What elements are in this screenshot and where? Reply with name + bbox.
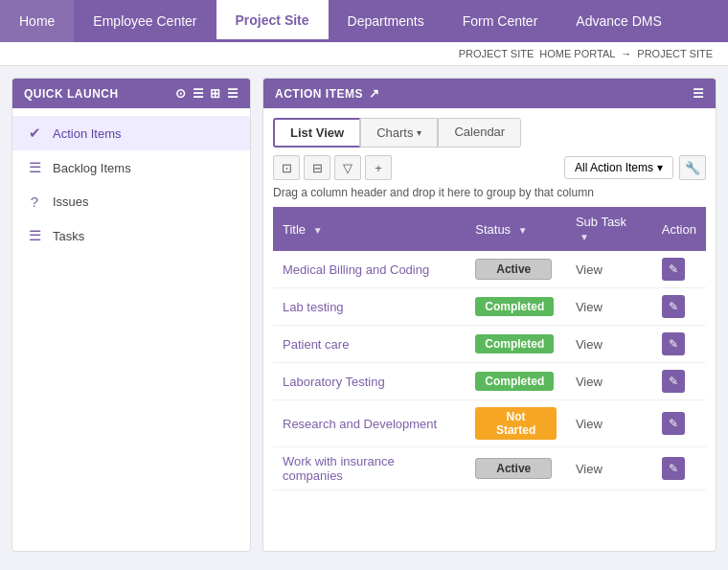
toolbar-add-button[interactable]: + — [365, 155, 392, 180]
table-row: Lab testingCompletedView✎ — [273, 288, 706, 326]
toolbar-left: ⊡ ⊟ ▽ + — [273, 155, 392, 180]
main-layout: QUICK LAUNCH ⊙ ☰ ⊞ ☰ ✔Action Items☰Backl… — [0, 66, 728, 563]
ql-item-label-0: Action Items — [53, 126, 122, 141]
row-title-1[interactable]: Lab testing — [283, 300, 344, 314]
status-badge-4: Not Started — [475, 407, 557, 440]
ql-icon-settings[interactable]: ⊙ — [175, 86, 187, 101]
quick-launch-header-icons: ⊙ ☰ ⊞ ☰ — [175, 86, 239, 101]
status-badge-1: Completed — [475, 297, 554, 316]
nav-item-project-site[interactable]: Project Site — [216, 0, 329, 42]
edit-button-4[interactable]: ✎ — [662, 412, 685, 435]
quick-launch-title: QUICK LAUNCH — [24, 87, 119, 101]
nav-item-employee-center[interactable]: Employee Center — [74, 0, 216, 42]
filter-dropdown-label: All Action Items — [575, 161, 653, 174]
breadcrumb-home-link[interactable]: HOME PORTAL — [539, 48, 615, 59]
ql-item-backlog-items[interactable]: ☰Backlog Items — [12, 150, 250, 185]
subtask-view-2[interactable]: View — [576, 337, 603, 352]
edit-button-5[interactable]: ✎ — [662, 457, 685, 480]
table-row: Medical Billing and CodingActiveView✎ — [273, 251, 706, 288]
breadcrumb-current[interactable]: PROJECT SITE — [459, 48, 535, 59]
table-row: Patient careCompletedView✎ — [273, 326, 706, 363]
ql-item-icon-1: ☰ — [26, 159, 43, 176]
ql-item-icon-2: ? — [26, 194, 43, 210]
toolbar-export-pdf-button[interactable]: ⊡ — [273, 155, 300, 180]
table-row: Research and DevelopmentNot StartedView✎ — [273, 400, 706, 447]
status-badge-5: Active — [475, 458, 552, 479]
quick-launch-header: QUICK LAUNCH ⊙ ☰ ⊞ ☰ — [12, 79, 250, 108]
subtask-filter-icon[interactable]: ▼ — [580, 232, 589, 242]
ql-item-icon-3: ☰ — [26, 227, 43, 244]
breadcrumb-arrow: → — [621, 48, 631, 59]
nav-item-form-center[interactable]: Form Center — [444, 0, 557, 42]
edit-button-1[interactable]: ✎ — [662, 295, 685, 318]
status-filter-icon[interactable]: ▼ — [518, 225, 528, 236]
table-row: Laboratory TestingCompletedView✎ — [273, 363, 706, 400]
ql-item-label-3: Tasks — [53, 229, 84, 243]
table-header: Title ▼ Status ▼ Sub Task ▼ Action — [273, 207, 706, 251]
action-items-external-icon[interactable]: ↗ — [369, 86, 380, 101]
data-table: Title ▼ Status ▼ Sub Task ▼ Action Medic… — [273, 207, 706, 490]
title-filter-icon[interactable]: ▼ — [313, 225, 323, 236]
action-items-header-left: ACTION ITEMS ↗ — [275, 86, 380, 101]
status-badge-3: Completed — [475, 372, 554, 391]
tab-charts[interactable]: Charts ▾ — [360, 118, 438, 148]
edit-button-2[interactable]: ✎ — [662, 332, 685, 355]
tabs-row: List View Charts ▾ Calendar — [273, 118, 706, 148]
ql-item-icon-0: ✔ — [26, 125, 43, 142]
breadcrumb: PROJECT SITE HOME PORTAL → PROJECT SITE — [0, 42, 728, 66]
row-title-3[interactable]: Laboratory Testing — [283, 375, 385, 389]
row-title-4[interactable]: Research and Development — [283, 417, 437, 431]
quick-launch-panel: QUICK LAUNCH ⊙ ☰ ⊞ ☰ ✔Action Items☰Backl… — [11, 78, 251, 552]
table-body: Medical Billing and CodingActiveView✎Lab… — [273, 251, 706, 490]
breadcrumb-end: PROJECT SITE — [637, 48, 713, 59]
action-items-body: List View Charts ▾ Calendar ⊡ ⊟ ▽ + All … — [263, 108, 716, 551]
action-items-menu-icon[interactable]: ☰ — [693, 86, 705, 101]
col-action: Action — [652, 207, 706, 251]
drag-hint: Drag a column header and drop it here to… — [273, 186, 706, 199]
subtask-view-5[interactable]: View — [576, 462, 603, 476]
toolbar-filter-button[interactable]: ▽ — [334, 155, 361, 180]
row-title-0[interactable]: Medical Billing and Coding — [283, 262, 429, 277]
toolbar-right: All Action Items ▾ 🔧 — [564, 155, 706, 180]
ql-item-label-2: Issues — [53, 194, 89, 209]
row-title-2[interactable]: Patient care — [283, 337, 349, 352]
nav-item-advance-dms[interactable]: Advance DMS — [557, 0, 680, 42]
chevron-down-icon: ▾ — [417, 127, 421, 138]
wrench-button[interactable]: 🔧 — [679, 155, 706, 180]
ql-item-issues[interactable]: ?Issues — [12, 185, 250, 218]
toolbar: ⊡ ⊟ ▽ + All Action Items ▾ 🔧 — [273, 155, 706, 180]
action-items-header: ACTION ITEMS ↗ ☰ — [263, 79, 716, 108]
col-status: Status ▼ — [466, 207, 566, 251]
table-row: Work with insurance companiesActiveView✎ — [273, 447, 706, 490]
subtask-view-1[interactable]: View — [576, 300, 603, 314]
ql-item-tasks[interactable]: ☰Tasks — [12, 218, 250, 253]
row-title-5[interactable]: Work with insurance companies — [283, 454, 395, 483]
filter-dropdown[interactable]: All Action Items ▾ — [564, 156, 673, 179]
edit-button-3[interactable]: ✎ — [662, 370, 685, 393]
filter-dropdown-chevron: ▾ — [657, 161, 663, 174]
status-badge-2: Completed — [475, 334, 554, 353]
nav-item-departments[interactable]: Departments — [329, 0, 444, 42]
toolbar-export-excel-button[interactable]: ⊟ — [304, 155, 330, 180]
ql-icon-menu[interactable]: ☰ — [227, 86, 239, 101]
action-items-title: ACTION ITEMS — [275, 87, 363, 101]
tab-list-view[interactable]: List View — [273, 118, 360, 148]
ql-item-action-items[interactable]: ✔Action Items — [12, 116, 250, 150]
quick-launch-items: ✔Action Items☰Backlog Items?Issues☰Tasks — [12, 108, 250, 261]
nav-bar: HomeEmployee CenterProject SiteDepartmen… — [0, 0, 728, 42]
nav-item-home[interactable]: Home — [0, 0, 74, 42]
subtask-view-0[interactable]: View — [576, 262, 603, 277]
status-badge-0: Active — [475, 259, 552, 280]
ql-item-label-1: Backlog Items — [53, 161, 131, 175]
ql-icon-list[interactable]: ☰ — [193, 86, 205, 101]
ql-icon-grid[interactable]: ⊞ — [210, 86, 221, 101]
action-items-panel: ACTION ITEMS ↗ ☰ List View Charts ▾ Cale… — [262, 78, 717, 552]
col-title: Title ▼ — [273, 207, 466, 251]
subtask-view-3[interactable]: View — [576, 375, 603, 389]
col-subtask: Sub Task ▼ — [566, 207, 652, 251]
edit-button-0[interactable]: ✎ — [662, 258, 685, 281]
subtask-view-4[interactable]: View — [576, 417, 603, 431]
tab-calendar[interactable]: Calendar — [438, 118, 521, 148]
